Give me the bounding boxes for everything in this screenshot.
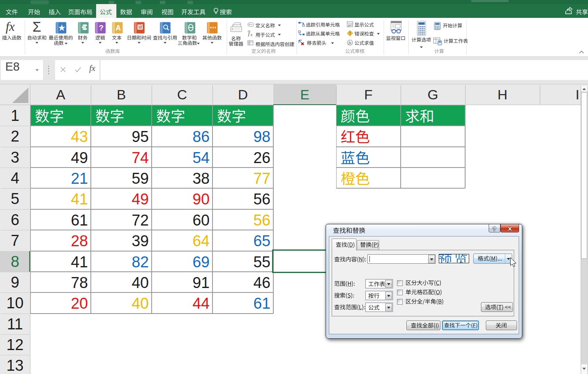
svg-text:?: ? — [99, 24, 104, 32]
svg-text:fx: fx — [348, 23, 351, 27]
svg-text:A: A — [116, 24, 121, 32]
svg-text:?: ? — [492, 225, 496, 232]
svg-text:x: x — [250, 32, 253, 37]
svg-text:fx: fx — [348, 41, 352, 45]
svg-text:!: ! — [349, 31, 351, 36]
